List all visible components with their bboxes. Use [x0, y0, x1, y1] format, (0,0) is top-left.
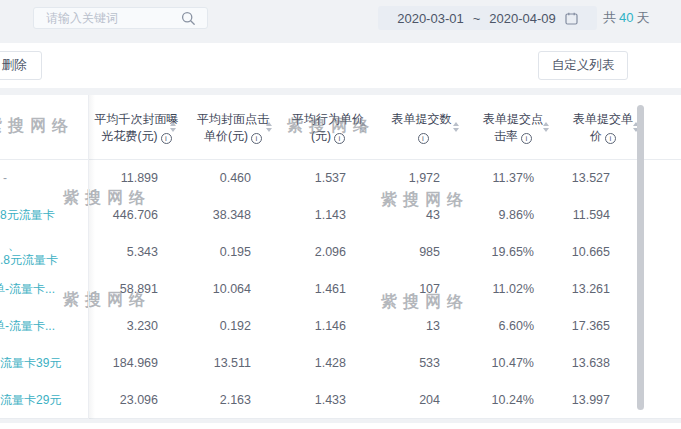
- total-days-value: 40: [616, 10, 636, 25]
- table-cell: 1.537: [281, 160, 375, 197]
- row-name-cell: 8元流量卡: [0, 197, 88, 234]
- column-header-label: 表单提交点: [483, 111, 543, 128]
- date-range-picker[interactable]: 2020-03-01 ~ 2020-04-09: [378, 6, 597, 30]
- table-cell: 10.24%: [468, 382, 558, 419]
- total-suffix: 天: [636, 10, 649, 25]
- row-name-link[interactable]: 流量卡29元: [0, 393, 61, 407]
- table-cell: 1.146: [281, 308, 375, 345]
- column-header-label: (元)i: [311, 128, 345, 145]
- table-row: 8元流量卡446.70638.3481.143439.86%11.594: [0, 197, 681, 234]
- row-name-link[interactable]: 单-流量卡...: [0, 308, 55, 345]
- table-row: 、.8元流量卡5.3430.1952.09698519.65%10.665: [0, 234, 681, 271]
- table-row: 流量卡39元184.96913.5111.42853310.47%13.638: [0, 345, 681, 382]
- column-header-label: 平均行为单价: [292, 111, 364, 128]
- table-cell: 11.594: [558, 197, 648, 234]
- row-name-link[interactable]: 单-流量卡...: [0, 271, 55, 308]
- column-header-label: 单价(元)i: [204, 128, 262, 145]
- total-prefix: 共: [603, 10, 616, 25]
- table-cell: 1.428: [281, 345, 375, 382]
- table-cell: 0.460: [185, 160, 281, 197]
- column-header-label: 价i: [590, 128, 616, 145]
- row-name-cell: 流量卡29元: [0, 382, 88, 419]
- info-icon[interactable]: i: [251, 133, 262, 144]
- calendar-icon[interactable]: [565, 12, 578, 25]
- date-separator: ~: [473, 11, 481, 26]
- table-cell: 11.899: [88, 160, 185, 197]
- row-name-cell: 单-流量卡...: [0, 308, 88, 345]
- table-cell: 13.638: [558, 345, 648, 382]
- table-cell: 38.348: [185, 197, 281, 234]
- column-header-form-submit-count[interactable]: 表单提交数i: [375, 95, 468, 160]
- column-header-label: 平均千次封面曝: [95, 111, 179, 128]
- column-header-form-submit-price[interactable]: 表单提交单价i: [558, 95, 648, 160]
- table-cell: 446.706: [88, 197, 185, 234]
- search-box[interactable]: [33, 7, 208, 29]
- table-cell: 6.60%: [468, 308, 558, 345]
- table-cell: 11.37%: [468, 160, 558, 197]
- row-name-link[interactable]: .8元流量卡: [0, 253, 58, 267]
- column-header-avg-cpm-cover-cost[interactable]: 平均千次封面曝光花费(元)i: [88, 95, 185, 160]
- table-cell: 43: [375, 197, 468, 234]
- table-cell: 985: [375, 234, 468, 271]
- table-row: 单-流量卡...58.89110.0641.46110711.02%13.261: [0, 271, 681, 308]
- table-cell: 1.143: [281, 197, 375, 234]
- sort-icon[interactable]: [266, 122, 272, 132]
- sort-icon[interactable]: [360, 122, 366, 132]
- bottom-panel-edge: [0, 423, 681, 429]
- table-cell: 13.511: [185, 345, 281, 382]
- customize-columns-button[interactable]: 自定义列表: [538, 51, 628, 80]
- sort-icon[interactable]: [170, 122, 176, 132]
- row-name-link[interactable]: 8元流量卡: [0, 208, 55, 222]
- info-icon[interactable]: i: [605, 133, 616, 144]
- table-cell: 10.47%: [468, 345, 558, 382]
- info-icon[interactable]: i: [418, 133, 429, 144]
- table-cell: 13.527: [558, 160, 648, 197]
- table-cell: 23.096: [88, 382, 185, 419]
- table-row: 流量卡29元23.0962.1631.43320410.24%13.997: [0, 382, 681, 419]
- table-cell: 10.064: [185, 271, 281, 308]
- table-cell: 2.163: [185, 382, 281, 419]
- date-start: 2020-03-01: [397, 11, 464, 26]
- fixed-column-shadow: [89, 95, 95, 419]
- table-cell: 11.02%: [468, 271, 558, 308]
- total-days: 共40天: [603, 6, 649, 30]
- table-cell: 3.230: [88, 308, 185, 345]
- info-icon[interactable]: i: [334, 133, 345, 144]
- column-header-form-submit-click-rate[interactable]: 表单提交点击率i: [468, 95, 558, 160]
- table-cell: 1,972: [375, 160, 468, 197]
- table-header-row: 平均千次封面曝光花费(元)i平均封面点击单价(元)i平均行为单价(元)i表单提交…: [0, 95, 681, 160]
- row-name-cell: -: [0, 160, 88, 197]
- column-header-label: 平均封面点击: [197, 111, 269, 128]
- table-cell: 5.343: [88, 234, 185, 271]
- column-header-avg-action-price[interactable]: 平均行为单价(元)i: [281, 95, 375, 160]
- toolbar: 删除 自定义列表: [0, 43, 681, 88]
- table-cell: 204: [375, 382, 468, 419]
- date-end: 2020-04-09: [489, 11, 556, 26]
- row-name-cell: 流量卡39元: [0, 345, 88, 382]
- column-header-label: 光花费(元)i: [102, 128, 172, 145]
- info-icon[interactable]: i: [521, 133, 532, 144]
- info-icon[interactable]: i: [161, 133, 172, 144]
- row-name-link[interactable]: 流量卡39元: [0, 356, 61, 370]
- row-name-link[interactable]: 、: [8, 238, 20, 252]
- table-cell: 13.261: [558, 271, 648, 308]
- data-table: 平均千次封面曝光花费(元)i平均封面点击单价(元)i平均行为单价(元)i表单提交…: [0, 95, 681, 419]
- row-name-empty: -: [0, 171, 7, 185]
- table-cell: 1.461: [281, 271, 375, 308]
- delete-button[interactable]: 删除: [0, 51, 42, 80]
- table-cell: 17.365: [558, 308, 648, 345]
- table-cell: 9.86%: [468, 197, 558, 234]
- sort-icon[interactable]: [543, 122, 549, 132]
- column-header-label: 表单提交单: [573, 111, 633, 128]
- search-icon[interactable]: [181, 11, 196, 26]
- table-cell: 533: [375, 345, 468, 382]
- table-cell: 10.665: [558, 234, 648, 271]
- vertical-scrollbar-thumb[interactable]: [637, 105, 644, 410]
- table-cell: 13.997: [558, 382, 648, 419]
- table-cell: 0.192: [185, 308, 281, 345]
- row-name-cell: 单-流量卡...: [0, 271, 88, 308]
- column-header-avg-cover-click-price[interactable]: 平均封面点击单价(元)i: [185, 95, 281, 160]
- row-name-cell: 、.8元流量卡: [0, 234, 88, 271]
- sort-icon[interactable]: [453, 122, 459, 132]
- table-cell: 0.195: [185, 234, 281, 271]
